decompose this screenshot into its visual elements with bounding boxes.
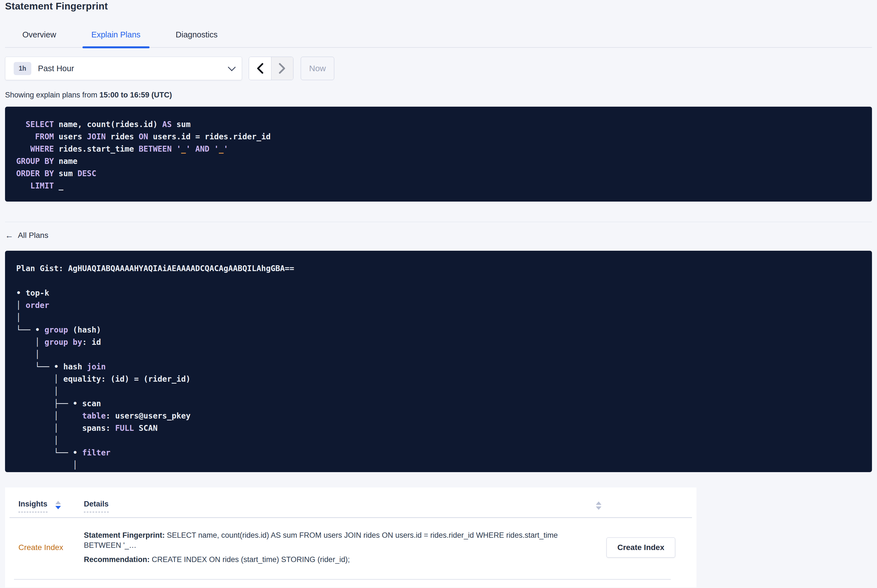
sort-down-caret [596, 507, 602, 510]
table-row: Create Index Statement Fingerprint: SELE… [18, 518, 683, 579]
showing-prefix: Showing explain plans from [5, 91, 99, 99]
details-column-header-cell: Details [84, 500, 683, 512]
all-plans-label: All Plans [18, 231, 48, 240]
insights-sort-icon[interactable] [55, 501, 61, 509]
insights-column-header[interactable]: Insights [18, 500, 48, 512]
previous-interval-button[interactable] [249, 57, 271, 80]
time-pager [249, 57, 293, 80]
chevron-right-icon [279, 63, 286, 74]
details-column-header[interactable]: Details [84, 500, 109, 512]
sort-up-caret [55, 501, 61, 504]
chevron-left-icon [256, 63, 263, 74]
interval-label: Past Hour [38, 64, 74, 73]
page-title: Statement Fingerprint [5, 0, 872, 12]
tab-overview[interactable]: Overview [14, 26, 65, 47]
details-sort-icon[interactable] [596, 501, 602, 510]
recommendation-value: CREATE INDEX ON rides (start_time) STORI… [150, 555, 350, 564]
time-toolbar: 1h Past Hour Now [5, 57, 872, 80]
tab-explain-plans[interactable]: Explain Plans [83, 26, 149, 47]
statement-fingerprint-page: Statement Fingerprint Overview Explain P… [0, 0, 877, 588]
table-row-divider [14, 579, 671, 580]
statement-fingerprint-label: Statement Fingerprint: [84, 531, 165, 539]
now-button[interactable]: Now [301, 57, 334, 80]
next-interval-button[interactable] [271, 57, 293, 80]
action-cell: Create Index [595, 537, 675, 558]
insights-column-header-cell: Insights [18, 500, 84, 512]
chevron-down-icon [228, 63, 236, 71]
plan-gist-block: Plan Gist: AgHUAQIABQAAAAHYAQIAiAEAAAADC… [5, 251, 872, 472]
insights-table-card: Insights Details Create Index Statement … [5, 488, 696, 588]
sort-down-caret [55, 506, 61, 509]
recommendation-line: Recommendation: CREATE INDEX ON rides (s… [84, 555, 595, 564]
sort-up-caret [596, 501, 602, 505]
all-plans-back-link[interactable]: ← All Plans [5, 231, 48, 240]
statement-sql-block: SELECT name, count(rides.id) AS sum FROM… [5, 106, 872, 202]
section-divider [5, 222, 872, 222]
tab-bar: Overview Explain Plans Diagnostics [5, 26, 872, 48]
showing-range-bold: 15:00 to 16:59 (UTC) [99, 91, 172, 99]
insight-cell: Create Index [18, 543, 84, 552]
interval-badge: 1h [14, 62, 31, 75]
create-index-link[interactable]: Create Index [18, 543, 63, 552]
create-index-button[interactable]: Create Index [606, 537, 675, 558]
insights-table-header: Insights Details [18, 500, 683, 512]
statement-fingerprint-line: Statement Fingerprint: SELECT name, coun… [84, 530, 595, 550]
time-range-dropdown[interactable]: 1h Past Hour [5, 57, 242, 80]
back-arrow-icon: ← [5, 231, 14, 240]
recommendation-label: Recommendation: [84, 555, 150, 564]
tab-diagnostics[interactable]: Diagnostics [167, 26, 227, 47]
showing-range-text: Showing explain plans from 15:00 to 16:5… [5, 91, 872, 99]
details-cell: Statement Fingerprint: SELECT name, coun… [84, 530, 595, 564]
